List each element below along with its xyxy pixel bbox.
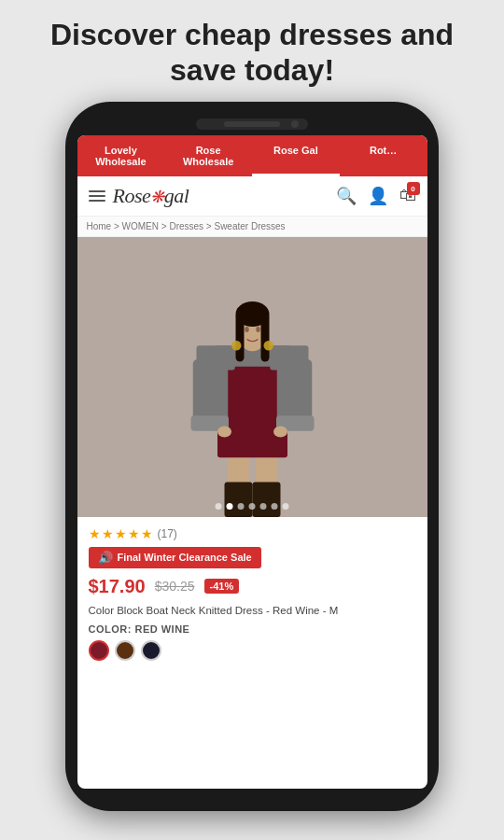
phone-camera: [291, 120, 299, 128]
account-icon[interactable]: 👤: [368, 186, 388, 206]
logo-text: Rose❋gal: [113, 184, 189, 208]
phone-screen: LovelyWholesale RoseWholesale Rose Gal R…: [77, 135, 427, 789]
nav-tab-lovely-wholesale[interactable]: LovelyWholesale: [77, 135, 165, 176]
color-swatch-red-wine[interactable]: [89, 640, 109, 661]
hamburger-button[interactable]: [89, 190, 105, 202]
svg-rect-16: [260, 313, 269, 362]
search-icon[interactable]: 🔍: [336, 186, 357, 206]
product-image: [147, 237, 357, 517]
header: Rose❋gal 🔍 👤 🛍 0: [77, 176, 427, 217]
headline: Discover cheap dresses and save today!: [0, 0, 504, 102]
cart-badge: 0: [407, 182, 420, 195]
svg-point-21: [217, 426, 231, 437]
svg-point-17: [231, 341, 242, 351]
phone-outer: LovelyWholesale RoseWholesale Rose Gal R…: [65, 102, 439, 811]
header-icons: 🔍 👤 🛍 0: [336, 186, 416, 206]
phone-top-bar: [196, 119, 308, 130]
stars-row: ★★★★★ (17): [89, 526, 416, 541]
nav-tab-rose-gal[interactable]: Rose Gal: [252, 135, 340, 176]
svg-point-20: [256, 327, 260, 332]
price-row: $17.90 $30.25 -41%: [89, 576, 416, 597]
color-swatch-navy[interactable]: [141, 640, 161, 661]
sale-icon: 🔊: [98, 551, 113, 565]
product-info: ★★★★★ (17) 🔊 Final Winter Clearance Sale…: [77, 517, 427, 789]
color-label: COLOR: RED WINE: [89, 623, 416, 635]
svg-rect-9: [276, 359, 312, 423]
sale-badge-text: Final Winter Clearance Sale: [118, 552, 252, 563]
breadcrumb: Home > WOMEN > Dresses > Sweater Dresses: [77, 217, 427, 237]
svg-rect-8: [192, 359, 228, 423]
svg-point-19: [245, 327, 249, 332]
dot-4[interactable]: [249, 503, 256, 510]
dot-1[interactable]: [216, 503, 222, 510]
header-logo: Rose❋gal: [89, 184, 189, 208]
svg-point-22: [273, 426, 287, 437]
cart-icon[interactable]: 🛍 0: [399, 186, 416, 205]
nav-tabs: LovelyWholesale RoseWholesale Rose Gal R…: [77, 135, 427, 176]
dot-5[interactable]: [260, 503, 267, 510]
star-rating: ★★★★★: [89, 526, 154, 541]
svg-rect-4: [252, 482, 280, 517]
svg-rect-15: [235, 313, 244, 362]
nav-tab-other[interactable]: Rot…: [340, 135, 427, 176]
nav-tab-rose-wholesale[interactable]: RoseWholesale: [164, 135, 252, 176]
dot-3[interactable]: [238, 503, 245, 510]
product-image-container[interactable]: [77, 237, 427, 517]
review-count: (17): [158, 527, 177, 540]
phone-speaker: [224, 121, 280, 127]
price-current: $17.90: [89, 576, 146, 597]
svg-rect-3: [224, 482, 252, 517]
color-swatch-brown[interactable]: [115, 640, 135, 661]
image-dots: [216, 503, 289, 510]
dot-7[interactable]: [283, 503, 289, 510]
product-title: Color Block Boat Neck Knitted Dress - Re…: [89, 603, 416, 618]
color-swatch-row: [89, 640, 416, 661]
svg-point-18: [263, 341, 273, 351]
dot-2[interactable]: [227, 503, 233, 510]
price-original: $30.25: [155, 579, 195, 594]
discount-badge: -41%: [204, 579, 240, 594]
sale-badge: 🔊 Final Winter Clearance Sale: [89, 547, 261, 568]
dot-6[interactable]: [272, 503, 278, 510]
